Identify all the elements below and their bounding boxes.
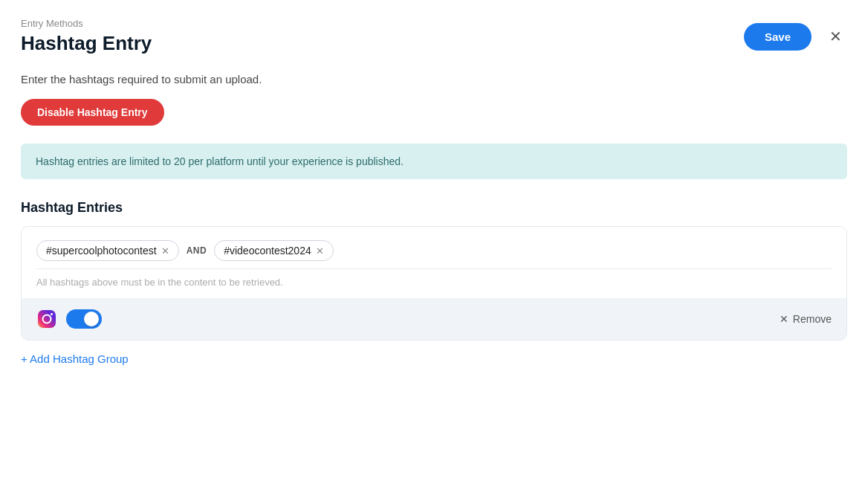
remove-label: Remove bbox=[793, 313, 832, 325]
close-button[interactable]: ✕ bbox=[823, 25, 847, 48]
remove-icon: ✕ bbox=[780, 313, 788, 325]
section-title: Hashtag Entries bbox=[21, 200, 847, 216]
hashtag-top-area: #supercoolphotocontest ✕ AND #videoconte… bbox=[22, 227, 846, 298]
svg-point-2 bbox=[51, 313, 53, 315]
disable-hashtag-entry-button[interactable]: Disable Hashtag Entry bbox=[21, 99, 164, 126]
save-button[interactable]: Save bbox=[744, 23, 812, 51]
hashtag-bottom-area: ✕ Remove bbox=[22, 298, 846, 340]
hashtag-hint: All hashtags above must be in the conten… bbox=[36, 268, 832, 288]
hashtag-group-card: #supercoolphotocontest ✕ AND #videoconte… bbox=[21, 226, 847, 341]
info-banner: Hashtag entries are limited to 20 per pl… bbox=[21, 144, 847, 179]
platform-row bbox=[36, 309, 102, 329]
instagram-icon bbox=[36, 309, 57, 329]
hashtag-pill-remove-0[interactable]: ✕ bbox=[161, 246, 169, 256]
breadcrumb: Entry Methods bbox=[21, 18, 152, 29]
hashtag-pill-remove-1[interactable]: ✕ bbox=[316, 246, 324, 256]
platform-toggle[interactable] bbox=[66, 309, 102, 329]
page-title: Hashtag Entry bbox=[21, 32, 152, 55]
add-hashtag-group-button[interactable]: + Add Hashtag Group bbox=[21, 352, 129, 365]
hashtag-pill: #supercoolphotocontest ✕ bbox=[36, 240, 179, 261]
remove-group-button[interactable]: ✕ Remove bbox=[780, 313, 832, 325]
hashtag-pill: #videocontest2024 ✕ bbox=[214, 240, 334, 261]
toggle-thumb bbox=[84, 312, 99, 326]
svg-rect-0 bbox=[38, 310, 56, 328]
hashtag-pill-label: #supercoolphotocontest bbox=[46, 245, 157, 257]
hashtag-pill-label: #videocontest2024 bbox=[224, 245, 311, 257]
description-text: Enter the hashtags required to submit an… bbox=[21, 73, 847, 86]
and-label: AND bbox=[187, 245, 207, 256]
hashtag-pills-row: #supercoolphotocontest ✕ AND #videoconte… bbox=[36, 240, 832, 261]
